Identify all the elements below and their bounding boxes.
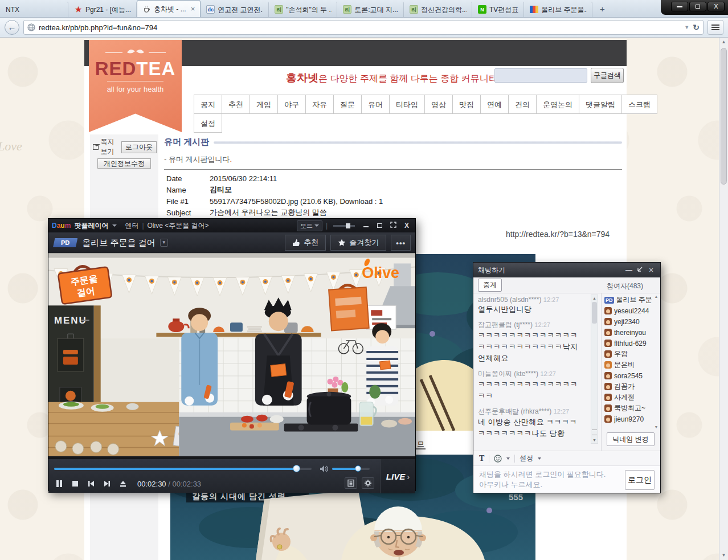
new-tab-button[interactable]: + bbox=[595, 2, 610, 16]
chat-titlebar[interactable]: 채팅하기 — × bbox=[473, 263, 660, 277]
minimize-button[interactable] bbox=[671, 2, 688, 11]
broadcast-title[interactable]: 올리브 주문을 걸어 bbox=[82, 238, 155, 248]
browser-tab[interactable]: N TV편성표 bbox=[472, 1, 524, 17]
participant-item[interactable]: 우왑 bbox=[604, 349, 652, 359]
nav-tab-건의[interactable]: 건의 bbox=[508, 95, 537, 114]
nav-tab-유머[interactable]: 유머 bbox=[361, 95, 390, 114]
nickname-change-button[interactable]: 닉네임 변경 bbox=[607, 432, 655, 446]
previous-button[interactable] bbox=[86, 479, 96, 489]
scroll-up-icon[interactable]: ▲ bbox=[653, 295, 659, 299]
eject-button[interactable] bbox=[118, 479, 128, 489]
scroll-up-icon[interactable]: ▲ bbox=[591, 296, 598, 300]
participant-list[interactable]: PD 올리브 주문 yeseul2244 yeji2340 thereinyou… bbox=[604, 295, 652, 429]
browser-tab[interactable]: 리 정신건강의학... bbox=[404, 1, 472, 17]
logout-button[interactable]: 로그아웃 bbox=[121, 141, 157, 153]
nav-tab-야구[interactable]: 야구 bbox=[277, 95, 306, 114]
chat-scrollbar[interactable]: ▲ ▼ bbox=[591, 295, 598, 444]
nav-tab-맛집[interactable]: 맛집 bbox=[452, 95, 481, 114]
close-button[interactable]: X bbox=[707, 2, 725, 11]
participant-item[interactable]: yeseul2244 bbox=[604, 305, 652, 316]
titlebar-volume-slider[interactable] bbox=[333, 225, 355, 227]
tab-relay[interactable]: 중계 bbox=[478, 279, 502, 292]
menu-enter[interactable]: 엔터 bbox=[125, 221, 138, 231]
participant-item[interactable]: thereinyou bbox=[604, 327, 652, 338]
nav-tab-설정[interactable]: 설정 bbox=[194, 113, 222, 133]
url-bar[interactable]: redtea.kr/pb/pb.php?id=fun&no=794 ▼ ↻ bbox=[23, 20, 704, 35]
seek-bar[interactable] bbox=[54, 468, 312, 470]
live-indicator[interactable]: LIVE› bbox=[380, 459, 415, 493]
browser-tab[interactable]: NTX bbox=[0, 1, 68, 17]
browser-tab[interactable]: 올리브 주문을... bbox=[524, 1, 592, 17]
url-dropdown-icon[interactable]: ▼ bbox=[684, 24, 689, 30]
scroll-grip-icon[interactable] bbox=[592, 430, 597, 435]
potplayer-window[interactable]: Daum 팟플레이어 엔터 | Olive <주문을 걸어> 모드 | X PD… bbox=[48, 218, 416, 491]
player-minimize-button[interactable] bbox=[361, 222, 371, 230]
participant-item[interactable]: flthfud-629 bbox=[604, 338, 652, 349]
nav-tab-영상[interactable]: 영상 bbox=[424, 95, 453, 114]
settings-gear-icon[interactable] bbox=[362, 477, 374, 489]
text-style-button[interactable]: T bbox=[479, 454, 484, 463]
nav-tab-연예[interactable]: 연예 bbox=[480, 95, 509, 114]
login-button[interactable]: 로그인 bbox=[625, 470, 655, 490]
nav-tab-게임[interactable]: 게임 bbox=[250, 95, 278, 114]
hamburger-menu[interactable] bbox=[707, 20, 723, 35]
browser-tab[interactable]: 리 "손석희"의 두 ... bbox=[269, 1, 337, 17]
chat-message-list[interactable]: alsdnr505 (alsdn****) 12:27 열두시반입니당 장고팬클… bbox=[475, 295, 586, 444]
nav-tab-추천[interactable]: 추천 bbox=[222, 95, 250, 114]
search-input[interactable] bbox=[494, 68, 587, 83]
more-button[interactable]: ••• bbox=[391, 235, 411, 251]
browser-tab[interactable]: ★ Pgr21 - [예능... bbox=[68, 1, 137, 17]
reload-icon[interactable]: ↻ bbox=[693, 23, 700, 32]
potplayer-titlebar[interactable]: Daum 팟플레이어 엔터 | Olive <주문을 걸어> 모드 | X bbox=[48, 219, 415, 232]
scroll-down-icon[interactable]: ▼ bbox=[591, 438, 598, 442]
participant-item[interactable]: jieun9270 bbox=[604, 414, 652, 424]
mode-button[interactable]: 모드 bbox=[297, 220, 322, 231]
chat-close-button[interactable]: × bbox=[647, 265, 656, 275]
next-button[interactable] bbox=[102, 479, 112, 489]
post-permalink[interactable]: http://redtea.kr/?b=13&n=794 bbox=[506, 230, 610, 239]
nav-tab-티타임[interactable]: 티타임 bbox=[389, 95, 425, 114]
tab-close-icon[interactable]: × bbox=[191, 2, 195, 17]
browser-scrollbar[interactable]: ▲ ▼ bbox=[719, 38, 728, 560]
nav-tab-댓글알림[interactable]: 댓글알림 bbox=[579, 95, 622, 114]
browser-tab[interactable]: dc 연고전 고연전... bbox=[201, 1, 269, 17]
nav-tab-질문[interactable]: 질문 bbox=[333, 95, 362, 114]
pause-button[interactable] bbox=[54, 479, 64, 489]
seek-handle[interactable] bbox=[293, 465, 300, 472]
nav-tab-운영논의[interactable]: 운영논의 bbox=[536, 95, 579, 114]
scroll-thumb[interactable] bbox=[721, 48, 727, 185]
nav-tab-스크랩[interactable]: 스크랩 bbox=[621, 95, 657, 114]
nav-tab-공지[interactable]: 공지 bbox=[194, 95, 222, 114]
participant-item[interactable]: yeji2340 bbox=[604, 316, 652, 327]
restore-button[interactable] bbox=[689, 2, 706, 11]
playlist-button[interactable] bbox=[345, 477, 357, 489]
browser-tab[interactable]: 홍차넷 - ... × bbox=[137, 0, 201, 17]
back-button[interactable]: ← bbox=[5, 20, 19, 35]
chat-dock-icon[interactable] bbox=[637, 266, 643, 274]
scroll-down-icon[interactable]: ▼ bbox=[719, 551, 728, 560]
emoji-icon[interactable] bbox=[494, 455, 502, 463]
participant-item[interactable]: 문은비 bbox=[604, 359, 652, 370]
stop-button[interactable] bbox=[70, 479, 80, 489]
video-frame[interactable]: MENU bbox=[48, 253, 415, 456]
participants-scrollbar[interactable]: ▲ ▼ bbox=[653, 295, 659, 429]
participant-item[interactable]: 사계절 bbox=[604, 392, 652, 403]
memo-link[interactable]: 쪽지보기 bbox=[100, 137, 120, 157]
player-close-button[interactable]: X bbox=[402, 222, 412, 230]
volume-icon[interactable] bbox=[320, 465, 329, 473]
participant-item[interactable]: sora2545 bbox=[604, 370, 652, 381]
player-maximize-button[interactable] bbox=[374, 222, 385, 230]
potplayer-app-name[interactable]: 팟플레이어 bbox=[74, 221, 108, 231]
participant-item[interactable]: 쿡방최고~ bbox=[604, 403, 652, 414]
participant-item[interactable]: PD 올리브 주문 bbox=[604, 295, 652, 305]
participant-item[interactable]: 김꼼가 bbox=[604, 381, 652, 392]
browser-tab[interactable]: 리 토론:고대 지... bbox=[337, 1, 404, 17]
chat-window[interactable]: 채팅하기 — × 중계 참여자(483) alsdnr505 (alsdn***… bbox=[473, 262, 661, 493]
broadcast-title-dropdown[interactable]: ▼ bbox=[160, 239, 168, 247]
chat-minimize-button[interactable]: — bbox=[624, 266, 633, 274]
chat-settings-button[interactable]: 설정 bbox=[520, 453, 533, 463]
volume-handle[interactable] bbox=[355, 465, 361, 472]
scroll-thumb[interactable] bbox=[592, 302, 597, 324]
player-fullscreen-button[interactable] bbox=[388, 222, 398, 230]
edit-profile-button[interactable]: 개인정보수정 bbox=[97, 158, 151, 169]
